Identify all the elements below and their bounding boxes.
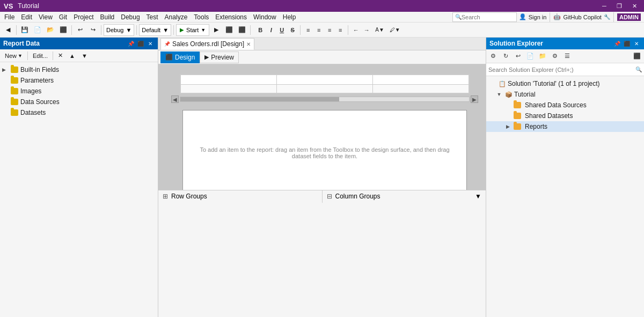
underline-button[interactable]: U bbox=[276, 25, 287, 35]
project-icon: 📦 bbox=[505, 91, 513, 98]
rd-delete-button[interactable]: ✕ bbox=[55, 50, 65, 61]
minimize-button[interactable]: ─ bbox=[597, 0, 612, 12]
se-close-button[interactable]: ✕ bbox=[632, 39, 641, 48]
undo-button[interactable]: ↩ bbox=[74, 24, 86, 36]
se-reports-item[interactable]: ▶ Reports bbox=[486, 121, 644, 132]
se-shared-datasets-item[interactable]: Shared Datasets bbox=[486, 110, 644, 121]
se-refresh-button[interactable]: ↻ bbox=[500, 51, 511, 62]
back-button[interactable]: ◀ bbox=[2, 24, 14, 36]
run-dropdown-icon: ▼ bbox=[201, 27, 206, 33]
tab-sales-orders[interactable]: 📌 Sales Orders.rdl [Design] ✕ bbox=[160, 38, 254, 50]
col-groups-arrow-icon[interactable]: ▼ bbox=[475, 193, 481, 200]
canvas-hint-text: To add an item to the report: drag an it… bbox=[194, 146, 456, 159]
save-button[interactable]: 💾 bbox=[19, 24, 31, 36]
se-undo-button[interactable]: ↩ bbox=[512, 51, 524, 62]
tree-item-builtin-fields[interactable]: ▶ Built-in Fields bbox=[0, 64, 158, 75]
main-layout: Report Data 📌 ⬛ ✕ New ▼ Edit... ✕ ▲ ▼ ▶ bbox=[0, 38, 644, 317]
horizontal-scrollbar[interactable] bbox=[180, 97, 470, 102]
solution-icon: 📋 bbox=[499, 80, 506, 87]
indent-inc-button[interactable]: → bbox=[361, 25, 372, 35]
scroll-right-button[interactable]: ▶ bbox=[471, 95, 478, 103]
se-expand-button[interactable]: ⬛ bbox=[631, 51, 643, 62]
new-file-button[interactable]: 📄 bbox=[32, 24, 43, 36]
indent-dec-button[interactable]: ← bbox=[350, 25, 361, 35]
menu-build[interactable]: Build bbox=[97, 12, 118, 22]
dropdown-arrow-icon: ▼ bbox=[126, 27, 131, 33]
toolbar-btn2[interactable]: ▶ bbox=[210, 24, 222, 36]
menu-test[interactable]: Test bbox=[143, 12, 162, 22]
folder-icon bbox=[11, 88, 18, 94]
copilot-button[interactable]: GitHub Copilot bbox=[563, 14, 602, 20]
tree-item-data-sources[interactable]: Data Sources bbox=[0, 97, 158, 107]
se-float-button[interactable]: ⬛ bbox=[623, 39, 631, 48]
menu-tools[interactable]: Tools bbox=[191, 12, 212, 22]
tree-label-datasets: Datasets bbox=[20, 109, 46, 116]
scroll-left-button[interactable]: ◀ bbox=[171, 95, 179, 103]
se-pin-button[interactable]: 📌 bbox=[613, 39, 621, 48]
open-button[interactable]: 📂 bbox=[45, 24, 56, 36]
search-input[interactable] bbox=[462, 14, 510, 20]
report-data-title: Report Data bbox=[3, 40, 40, 47]
italic-button[interactable]: I bbox=[266, 25, 276, 35]
start-button[interactable]: ▶ Start ▼ bbox=[176, 24, 209, 36]
tree-label-builtin-fields: Built-in Fields bbox=[20, 66, 59, 73]
se-file-button[interactable]: 📄 bbox=[524, 51, 536, 62]
rd-edit-button[interactable]: Edit... bbox=[30, 50, 50, 61]
debug-config-dropdown[interactable]: Debug ▼ bbox=[104, 24, 134, 36]
se-toolbar: ⚙ ↻ ↩ 📄 📁 ⚙ ☰ ⬛ bbox=[486, 49, 644, 63]
se-folder-button[interactable]: 📁 bbox=[537, 51, 548, 62]
menu-view[interactable]: View bbox=[35, 12, 56, 22]
highlight-button[interactable]: 🖊▼ bbox=[387, 24, 402, 36]
align-justify-button[interactable]: ≡ bbox=[335, 25, 346, 35]
menu-edit[interactable]: Edit bbox=[18, 12, 35, 22]
menu-analyze[interactable]: Analyze bbox=[162, 12, 191, 22]
se-properties-button[interactable]: ⚙ bbox=[487, 51, 499, 62]
restore-button[interactable]: ❐ bbox=[612, 0, 627, 12]
solution-explorer-panel: Solution Explorer 📌 ⬛ ✕ ⚙ ↻ ↩ 📄 📁 ⚙ ☰ ⬛ … bbox=[486, 38, 644, 317]
close-button[interactable]: ✕ bbox=[627, 0, 642, 12]
sign-in-button[interactable]: Sign in bbox=[529, 14, 547, 20]
se-search-input[interactable] bbox=[488, 67, 633, 73]
toolbar-btn3[interactable]: ⬛ bbox=[223, 24, 235, 36]
se-search-box[interactable]: 🔍 bbox=[486, 63, 644, 76]
se-filter-button[interactable]: ☰ bbox=[561, 51, 573, 62]
menu-help[interactable]: Help bbox=[280, 12, 299, 22]
strikethrough-button[interactable]: S bbox=[287, 25, 298, 35]
bold-button[interactable]: B bbox=[255, 25, 266, 35]
tree-label-data-sources: Data Sources bbox=[20, 98, 60, 106]
align-right-button[interactable]: ≡ bbox=[324, 25, 335, 35]
tree-item-images[interactable]: Images bbox=[0, 86, 158, 97]
se-solution-item[interactable]: 📋 Solution 'Tutorial' (1 of 1 project) bbox=[486, 78, 644, 89]
platform-dropdown[interactable]: Default ▼ bbox=[139, 24, 171, 36]
menu-git[interactable]: Git bbox=[56, 12, 70, 22]
se-shared-datasources-item[interactable]: Shared Data Sources bbox=[486, 100, 644, 110]
menu-debug[interactable]: Debug bbox=[118, 12, 143, 22]
rd-up-button[interactable]: ▲ bbox=[67, 50, 78, 61]
se-settings-button[interactable]: ⚙ bbox=[549, 51, 561, 62]
tab-close-button[interactable]: ✕ bbox=[246, 41, 251, 47]
menu-file[interactable]: File bbox=[1, 12, 18, 22]
tree-item-parameters[interactable]: Parameters bbox=[0, 75, 158, 86]
rd-pin-button[interactable]: 📌 bbox=[127, 39, 135, 48]
rd-close-button[interactable]: ✕ bbox=[146, 39, 155, 48]
color-button[interactable]: A▼ bbox=[373, 24, 386, 36]
save-all-button[interactable]: ⬛ bbox=[57, 24, 69, 36]
rd-down-button[interactable]: ▼ bbox=[79, 50, 90, 61]
row-groups-section: ⊞ Row Groups bbox=[158, 190, 323, 203]
menu-project[interactable]: Project bbox=[70, 12, 97, 22]
rd-new-button[interactable]: New ▼ bbox=[2, 50, 25, 61]
align-left-button[interactable]: ≡ bbox=[303, 25, 313, 35]
folder-icon bbox=[11, 67, 18, 73]
design-canvas[interactable]: ◀ ▶ To add an item to the report: drag a… bbox=[158, 64, 486, 190]
design-view-button[interactable]: ⬛ Design bbox=[160, 51, 200, 63]
se-tutorial-item[interactable]: ▼ 📦 Tutorial bbox=[486, 89, 644, 100]
rd-float-button[interactable]: ⬛ bbox=[136, 39, 145, 48]
menu-extensions[interactable]: Extensions bbox=[212, 12, 250, 22]
menu-window[interactable]: Window bbox=[250, 12, 280, 22]
menu-search-box[interactable]: 🔍 bbox=[452, 12, 517, 22]
redo-button[interactable]: ↪ bbox=[87, 24, 99, 36]
toolbar-btn4[interactable]: ⬛ bbox=[236, 24, 248, 36]
tree-item-datasets[interactable]: Datasets bbox=[0, 107, 158, 118]
preview-view-button[interactable]: ▶ Preview bbox=[200, 51, 239, 63]
align-center-button[interactable]: ≡ bbox=[313, 25, 324, 35]
